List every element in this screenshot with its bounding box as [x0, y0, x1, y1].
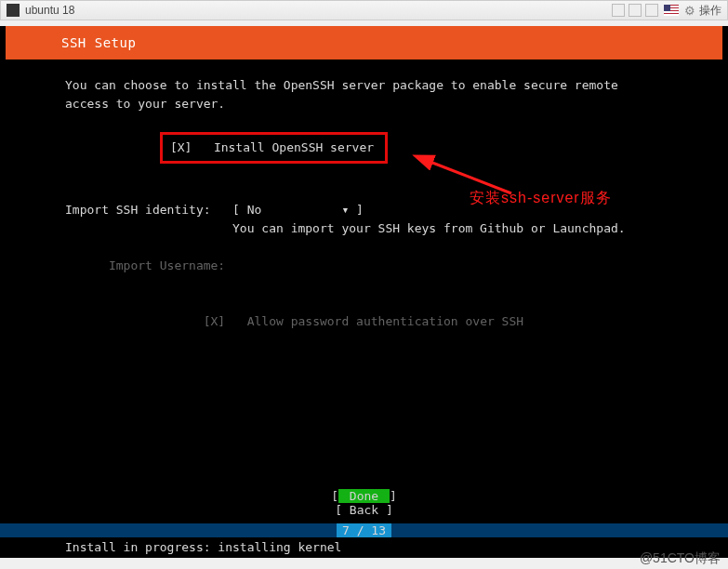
checkbox-mark: [X] — [170, 140, 192, 154]
status-line: Install in progress: installing kernel — [65, 540, 341, 554]
checkbox-label: Install OpenSSH server — [214, 140, 374, 154]
window-maximize-button[interactable] — [629, 4, 642, 17]
import-identity-label: Import SSH identity: — [65, 203, 211, 217]
window-restore-button[interactable] — [645, 4, 658, 17]
identity-hint: You can import your SSH keys from Github… — [232, 221, 626, 235]
terminal-screen: SSH Setup You can choose to install the … — [0, 26, 728, 558]
watermark: @51CTO博客 — [640, 550, 721, 567]
identity-dropdown[interactable]: [ No ▾ ] — [232, 203, 364, 217]
action-menu[interactable]: 操作 — [699, 3, 721, 19]
locale-flag-icon — [664, 5, 679, 16]
vm-icon — [7, 4, 20, 17]
intro-line2: access to your server. — [65, 97, 225, 111]
import-username-label: Import Username: — [109, 258, 225, 272]
install-openssh-checkbox[interactable]: [X] Install OpenSSH server — [160, 132, 388, 164]
gear-icon[interactable]: ⚙ — [684, 4, 695, 18]
action-buttons: [ Done ] [ Back ] — [0, 489, 728, 517]
window-title: ubuntu 18 — [25, 4, 74, 17]
progress-label: 7 / 13 — [0, 523, 728, 537]
back-button[interactable]: [ Back ] — [0, 503, 728, 517]
annotation-text: 安装ssh-server服务 — [470, 189, 612, 208]
window-titlebar: ubuntu 18 ⚙ 操作 — [0, 0, 728, 20]
window-minimize-button[interactable] — [612, 4, 625, 17]
password-auth-checkbox: [X] Allow password authentication over S… — [204, 314, 523, 328]
done-button[interactable]: [ Done ] — [0, 489, 728, 503]
intro-line1: You can choose to install the OpenSSH se… — [65, 78, 618, 92]
page-title: SSH Setup — [6, 26, 722, 60]
content-area: You can choose to install the OpenSSH se… — [0, 60, 728, 331]
chevron-down-icon: ▾ — [341, 203, 349, 217]
